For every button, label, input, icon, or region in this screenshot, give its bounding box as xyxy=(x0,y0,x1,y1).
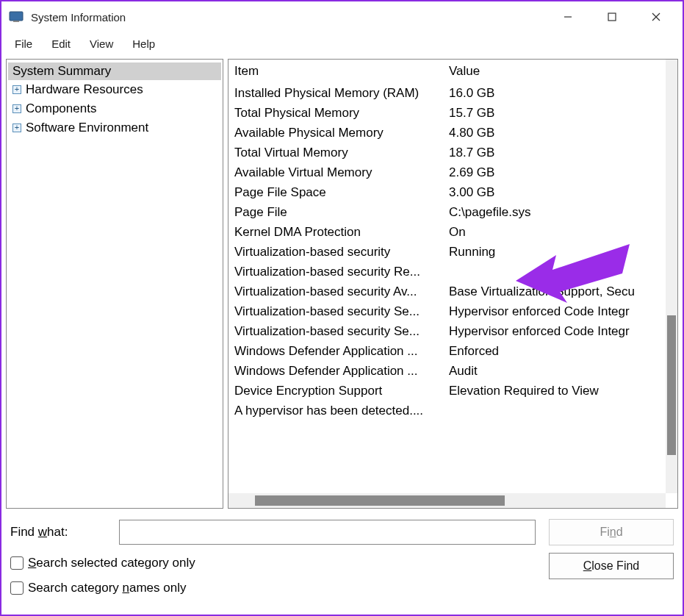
menu-edit[interactable]: Edit xyxy=(43,35,79,53)
menubar: File Edit View Help xyxy=(1,32,683,56)
list-cell-value: Enforced xyxy=(449,344,672,359)
list-header: Item Value xyxy=(234,62,672,83)
list-row[interactable]: Available Virtual Memory2.69 GB xyxy=(234,162,672,182)
menu-file[interactable]: File xyxy=(6,35,41,53)
horizontal-scrollbar[interactable] xyxy=(228,493,666,508)
checkbox-search-names[interactable] xyxy=(10,581,24,595)
list-cell-item: Virtualization-based security Av... xyxy=(234,284,449,299)
list-cell-item: Page File xyxy=(234,205,449,220)
tree-item[interactable]: +Software Environment xyxy=(8,118,221,137)
close-find-button[interactable]: Close Find xyxy=(549,553,674,579)
window-title: System Information xyxy=(31,11,546,24)
list-row[interactable]: Windows Defender Application ...Audit xyxy=(234,361,672,381)
list-pane: Item Value Installed Physical Memory (RA… xyxy=(228,59,678,509)
minimize-button[interactable] xyxy=(546,2,590,32)
find-label: Find what: xyxy=(10,525,113,540)
workarea: System Summary +Hardware Resources+Compo… xyxy=(1,56,683,509)
tree-pane: System Summary +Hardware Resources+Compo… xyxy=(6,59,223,509)
list-cell-item: A hypervisor has been detected.... xyxy=(234,404,449,418)
list-row[interactable]: Page FileC:\pagefile.sys xyxy=(234,202,672,222)
list-row[interactable]: Page File Space3.00 GB xyxy=(234,182,672,202)
menu-help[interactable]: Help xyxy=(123,35,164,53)
find-button[interactable]: Find xyxy=(549,519,674,545)
horizontal-scroll-thumb[interactable] xyxy=(255,495,505,506)
expand-icon[interactable]: + xyxy=(12,104,21,113)
list-row[interactable]: Kernel DMA ProtectionOn xyxy=(234,222,672,242)
list-row[interactable]: Windows Defender Application ...Enforced xyxy=(234,341,672,361)
titlebar: System Information xyxy=(1,1,683,32)
list-cell-item: Installed Physical Memory (RAM) xyxy=(234,86,449,101)
column-header-value[interactable]: Value xyxy=(449,64,672,79)
list-cell-item: Virtualization-based security xyxy=(234,245,449,259)
maximize-button[interactable] xyxy=(590,2,634,32)
checkbox-search-selected[interactable] xyxy=(10,556,24,570)
list-cell-item: Virtualization-based security Se... xyxy=(234,324,449,339)
list-row[interactable]: Total Physical Memory15.7 GB xyxy=(234,103,672,123)
list-row[interactable]: Installed Physical Memory (RAM)16.0 GB xyxy=(234,83,672,103)
list-row[interactable]: A hypervisor has been detected.... xyxy=(234,401,672,420)
list-cell-item: Kernel DMA Protection xyxy=(234,225,449,240)
list-row[interactable]: Virtualization-based security Av...Base … xyxy=(234,282,672,301)
list-row[interactable]: Device Encryption SupportElevation Requi… xyxy=(234,381,672,401)
list-cell-item: Virtualization-based security Se... xyxy=(234,304,449,319)
svg-rect-0 xyxy=(10,12,23,21)
list-cell-item: Windows Defender Application ... xyxy=(234,344,449,359)
list-cell-value xyxy=(449,265,672,279)
list-cell-value: On xyxy=(449,225,672,240)
svg-rect-3 xyxy=(608,13,616,21)
list-cell-value: 3.00 GB xyxy=(449,185,672,200)
list-cell-item: Total Virtual Memory xyxy=(234,146,449,160)
find-area: Find what: Find Search selected category… xyxy=(1,509,683,595)
expand-icon[interactable]: + xyxy=(12,123,21,132)
tree-item-label: Hardware Resources xyxy=(26,82,143,97)
list-row[interactable]: Available Physical Memory4.80 GB xyxy=(234,123,672,143)
checkbox-search-names-label: Search category names only xyxy=(28,581,186,595)
list-row[interactable]: Virtualization-based security Re... xyxy=(234,262,672,282)
vertical-scrollbar[interactable] xyxy=(666,60,677,493)
list-cell-value: Base Virtualization Support, Secu xyxy=(449,284,672,299)
tree-item[interactable]: +Hardware Resources xyxy=(8,80,221,99)
list-cell-value: 15.7 GB xyxy=(449,106,672,121)
list-cell-value xyxy=(449,404,672,418)
list-cell-value: Elevation Required to View xyxy=(449,384,672,398)
list-cell-value: C:\pagefile.sys xyxy=(449,205,672,220)
list-cell-item: Device Encryption Support xyxy=(234,384,449,398)
list-cell-value: Hypervisor enforced Code Integr xyxy=(449,324,672,339)
list-cell-value: 4.80 GB xyxy=(449,126,672,140)
list-cell-item: Page File Space xyxy=(234,185,449,200)
list-cell-value: 18.7 GB xyxy=(449,146,672,160)
menu-view[interactable]: View xyxy=(81,35,122,53)
column-header-item[interactable]: Item xyxy=(234,64,449,79)
list-row[interactable]: Virtualization-based security Se...Hyper… xyxy=(234,321,672,341)
list-cell-item: Total Physical Memory xyxy=(234,106,449,121)
tree-root-selected[interactable]: System Summary xyxy=(8,62,221,80)
list-cell-value: Hypervisor enforced Code Integr xyxy=(449,304,672,319)
find-input[interactable] xyxy=(119,520,536,545)
list-cell-item: Available Physical Memory xyxy=(234,126,449,140)
list-row[interactable]: Virtualization-based security Se...Hyper… xyxy=(234,301,672,321)
list-row[interactable]: Total Virtual Memory18.7 GB xyxy=(234,143,672,162)
expand-icon[interactable]: + xyxy=(12,85,21,94)
list-cell-item: Available Virtual Memory xyxy=(234,165,449,180)
checkbox-search-selected-label: Search selected category only xyxy=(28,556,195,570)
list-cell-item: Windows Defender Application ... xyxy=(234,364,449,379)
app-icon xyxy=(9,10,24,24)
vertical-scroll-thumb[interactable] xyxy=(667,315,676,455)
list-row[interactable]: Virtualization-based securityRunning xyxy=(234,242,672,262)
list-cell-value: Running xyxy=(449,245,672,259)
tree-item-label: Software Environment xyxy=(26,121,148,135)
list-cell-value: Audit xyxy=(449,364,672,379)
close-button[interactable] xyxy=(634,2,678,32)
list-cell-item: Virtualization-based security Re... xyxy=(234,265,449,279)
list-cell-value: 16.0 GB xyxy=(449,86,672,101)
svg-rect-1 xyxy=(13,21,19,22)
tree-item-label: Components xyxy=(26,101,96,116)
list-cell-value: 2.69 GB xyxy=(449,165,672,180)
tree-item[interactable]: +Components xyxy=(8,99,221,118)
